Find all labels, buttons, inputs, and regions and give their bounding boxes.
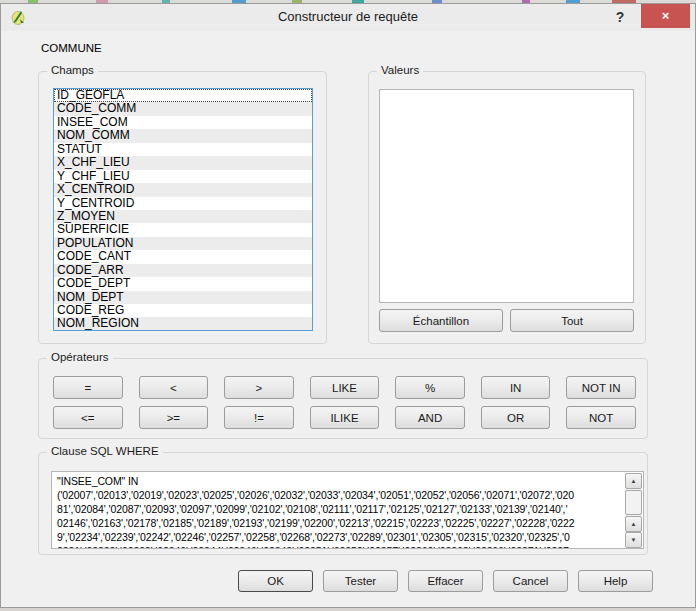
field-item[interactable]: POPULATION — [54, 237, 312, 250]
sql-group-label: Clause SQL WHERE — [47, 445, 163, 457]
operator-not-button[interactable]: NOT — [566, 406, 636, 429]
sql-vertical-scrollbar[interactable]: ▲ ▲ ▼ — [625, 473, 642, 547]
operator-ilike-button[interactable]: ILIKE — [310, 406, 380, 429]
field-item[interactable]: CODE_REG — [54, 304, 312, 317]
scroll-down-icon[interactable]: ▼ — [625, 532, 642, 548]
operator-or-button[interactable]: OR — [481, 406, 551, 429]
sql-line: 02146','02163','02178','02185','02189','… — [57, 517, 622, 531]
field-item[interactable]: CODE_COMM — [54, 102, 312, 115]
test-button[interactable]: Tester — [323, 570, 398, 592]
operator-not-equal-button[interactable]: != — [224, 406, 294, 429]
field-item[interactable]: NOM_REGION — [54, 317, 312, 330]
close-button[interactable]: × — [641, 4, 690, 28]
scroll-up-icon[interactable]: ▲ — [625, 516, 642, 532]
help-button[interactable]: Help — [578, 570, 653, 592]
sql-line: 2331','02333','02338','02340','02344','0… — [57, 545, 622, 548]
operators-groupbox: Opérateurs = < > LIKE % IN NOT IN <= >= … — [38, 358, 648, 439]
sql-line: 81','02084','02087','02093','02097','020… — [57, 503, 622, 517]
values-groupbox: Valeurs Échantillon Tout — [368, 71, 646, 344]
titlebar-help-button[interactable]: ? — [611, 8, 629, 26]
operator-percent-button[interactable]: % — [395, 376, 465, 399]
field-item[interactable]: X_CHF_LIEU — [54, 156, 312, 169]
scrollbar-thumb[interactable] — [625, 490, 642, 515]
fields-group-label: Champs — [47, 64, 98, 76]
values-group-label: Valeurs — [377, 64, 423, 76]
operator-greater-equal-button[interactable]: >= — [139, 406, 209, 429]
clear-button[interactable]: Effacer — [408, 570, 483, 592]
fields-groupbox: Champs ID_GEOFLA CODE_COMM INSEE_COM NOM… — [38, 71, 327, 344]
field-item[interactable]: NOM_COMM — [54, 129, 312, 142]
field-item[interactable]: CODE_ARR — [54, 264, 312, 277]
field-item[interactable]: STATUT — [54, 143, 312, 156]
field-item[interactable]: SUPERFICIE — [54, 223, 312, 236]
sql-editor[interactable]: "INSEE_COM" IN ('02007','02013','02019',… — [51, 471, 644, 549]
field-item[interactable]: CODE_CANT — [54, 250, 312, 263]
values-list[interactable] — [379, 89, 634, 303]
all-button[interactable]: Tout — [510, 309, 634, 332]
operator-like-button[interactable]: LIKE — [310, 376, 380, 399]
operator-equals-button[interactable]: = — [53, 376, 123, 399]
sql-line: 9','02234','02239','02242','02246','0225… — [57, 531, 622, 545]
sql-text: "INSEE_COM" IN ('02007','02013','02019',… — [57, 475, 622, 548]
operator-less-equal-button[interactable]: <= — [53, 406, 123, 429]
operator-and-button[interactable]: AND — [395, 406, 465, 429]
ok-button[interactable]: OK — [238, 570, 313, 592]
layer-name-label: COMMUNE — [41, 42, 102, 54]
field-item[interactable]: Y_CHF_LIEU — [54, 170, 312, 183]
field-item[interactable]: X_CENTROID — [54, 183, 312, 196]
cancel-button[interactable]: Cancel — [493, 570, 568, 592]
operator-less-than-button[interactable]: < — [139, 376, 209, 399]
operator-in-button[interactable]: IN — [481, 376, 551, 399]
sql-line: ('02007','02013','02019','02023','02025'… — [57, 489, 622, 503]
sample-button[interactable]: Échantillon — [379, 309, 503, 332]
query-builder-dialog: Constructeur de requête ? × COMMUNE Cham… — [0, 3, 696, 608]
field-item[interactable]: Y_CENTROID — [54, 197, 312, 210]
window-title: Constructeur de requête — [1, 9, 695, 24]
field-item[interactable]: Z_MOYEN — [54, 210, 312, 223]
sql-line: "INSEE_COM" IN — [57, 475, 622, 489]
operator-not-in-button[interactable]: NOT IN — [566, 376, 636, 399]
operators-group-label: Opérateurs — [47, 351, 113, 363]
scroll-up-icon[interactable]: ▲ — [625, 473, 642, 489]
fields-list[interactable]: ID_GEOFLA CODE_COMM INSEE_COM NOM_COMM S… — [53, 88, 313, 331]
field-item[interactable]: INSEE_COM — [54, 116, 312, 129]
operators-grid: = < > LIKE % IN NOT IN <= >= != ILIKE AN… — [53, 376, 636, 429]
operator-greater-than-button[interactable]: > — [224, 376, 294, 399]
field-item[interactable]: ID_GEOFLA — [54, 89, 312, 102]
sql-where-groupbox: Clause SQL WHERE "INSEE_COM" IN ('02007'… — [38, 452, 648, 555]
field-item[interactable]: CODE_DEPT — [54, 277, 312, 290]
titlebar: Constructeur de requête ? × — [1, 4, 695, 31]
field-item[interactable]: NOM_DEPT — [54, 291, 312, 304]
